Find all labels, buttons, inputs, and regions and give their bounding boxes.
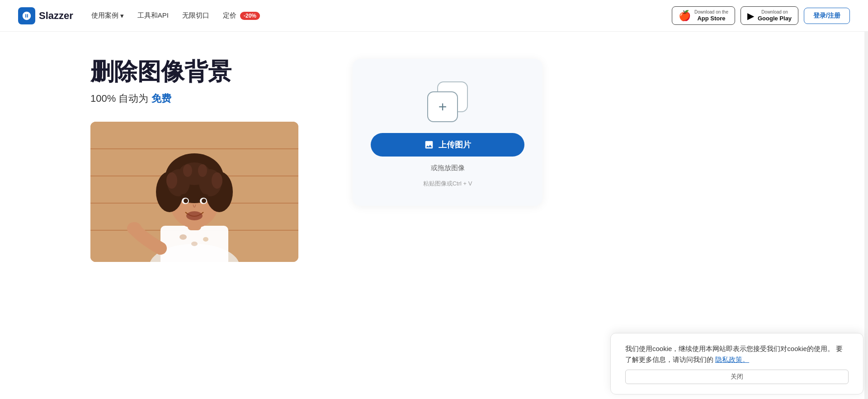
- drag-hint: 或拖放图像: [431, 164, 465, 172]
- navbar: Slazzer 使用案例 ▾ 工具和API 无限切口 定价 -20% 🍎 Dow…: [0, 0, 868, 32]
- image-icon: [424, 140, 434, 150]
- upload-icon-front: +: [427, 91, 458, 122]
- upload-icon-container: +: [427, 81, 468, 122]
- cookie-close-button[interactable]: 关闭: [625, 370, 849, 384]
- chevron-down-icon: ▾: [120, 12, 124, 20]
- hero-subtitle: 100% 自动为 免费: [90, 92, 316, 105]
- nav-item-unlimited[interactable]: 无限切口: [182, 11, 209, 20]
- svg-point-25: [184, 199, 188, 203]
- scrollbar[interactable]: [864, 0, 868, 399]
- logo-svg: [22, 11, 32, 21]
- svg-point-19: [166, 172, 177, 189]
- nav-links: 使用案例 ▾ 工具和API 无限切口 定价 -20%: [91, 11, 260, 20]
- upload-card: + 上传图片 或拖放图像 粘贴图像或Ctrl + V: [353, 59, 542, 206]
- plus-icon: +: [439, 100, 447, 114]
- paste-hint: 粘贴图像或Ctrl + V: [423, 180, 472, 188]
- nav-item-pricing[interactable]: 定价 -20%: [223, 11, 260, 20]
- logo[interactable]: Slazzer: [18, 7, 73, 24]
- svg-point-21: [183, 164, 192, 177]
- nav-item-tools[interactable]: 工具和API: [137, 11, 169, 20]
- svg-point-10: [191, 242, 198, 246]
- google-play-icon: ▶: [747, 10, 754, 21]
- nav-right: 🍎 Download on the App Store ▶ Download o…: [672, 6, 850, 25]
- app-store-button[interactable]: 🍎 Download on the App Store: [672, 6, 735, 25]
- svg-point-27: [186, 211, 203, 220]
- svg-point-22: [198, 164, 207, 177]
- svg-point-9: [203, 237, 208, 242]
- svg-point-8: [179, 234, 187, 240]
- nav-item-use-cases[interactable]: 使用案例 ▾: [91, 11, 124, 20]
- google-play-button[interactable]: ▶ Download on Google Play: [741, 6, 798, 25]
- discount-badge: -20%: [240, 12, 260, 20]
- svg-point-20: [212, 172, 222, 189]
- cookie-content: 我们使用cookie，继续使用本网站即表示您接受我们对cookie的使用。 要了…: [625, 343, 849, 384]
- hero-title: 删除图像背景: [90, 59, 316, 85]
- google-play-text: Download on Google Play: [758, 10, 792, 22]
- upload-button[interactable]: 上传图片: [371, 133, 524, 157]
- hero-image: [90, 122, 298, 262]
- svg-point-28: [127, 222, 142, 235]
- hero-illustration: [90, 122, 298, 262]
- apple-icon: 🍎: [679, 10, 691, 22]
- nav-left: Slazzer 使用案例 ▾ 工具和API 无限切口 定价 -20%: [18, 7, 260, 24]
- cookie-text: 我们使用cookie，继续使用本网站即表示您接受我们对cookie的使用。 要了…: [625, 343, 849, 365]
- login-button[interactable]: 登录/注册: [804, 8, 850, 24]
- hero-section: 删除图像背景 100% 自动为 免费: [90, 59, 316, 262]
- logo-text: Slazzer: [39, 10, 73, 22]
- logo-icon: [18, 7, 35, 24]
- privacy-policy-link[interactable]: 隐私政策。: [715, 356, 749, 363]
- cookie-banner: 我们使用cookie，继续使用本网站即表示您接受我们对cookie的使用。 要了…: [610, 333, 863, 394]
- svg-point-26: [202, 199, 206, 203]
- free-label: 免费: [151, 93, 171, 104]
- app-store-text: Download on the App Store: [694, 10, 728, 22]
